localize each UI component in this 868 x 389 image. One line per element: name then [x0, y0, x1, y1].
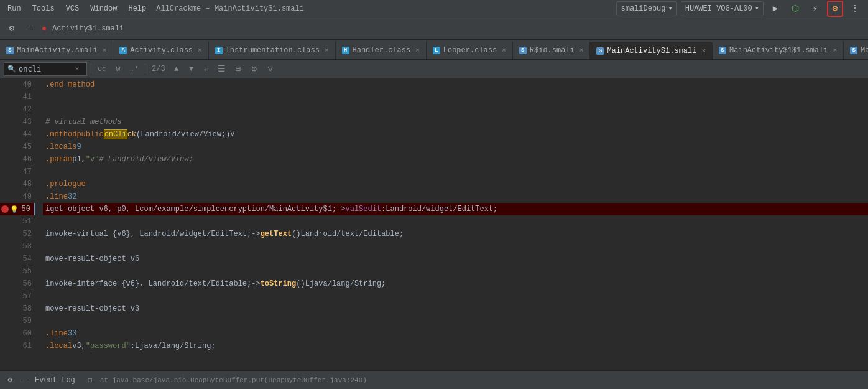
- device-name: HUAWEI VOG-AL00: [685, 4, 752, 13]
- event-log-label[interactable]: Event Log: [35, 376, 75, 385]
- code-text: :Landroid/widget/EditText;: [381, 203, 497, 215]
- title-bar-right: smaliDebug ▾ HUAWEI VOG-AL00 ▾ ▶ ⬡ ⚡ ⚙ ⋮: [616, 1, 863, 17]
- lightbulb-icon[interactable]: 💡: [10, 205, 19, 213]
- code-area[interactable]: 🔍 × Cc W .* 2/3 ▲ ▼ ↵ ☰ ⊟ ⚙ ▽: [0, 60, 868, 370]
- tab-activity-class[interactable]: A Activity.class ×: [113, 42, 208, 59]
- code-text: .local: [45, 340, 72, 352]
- breakpoint-dot[interactable]: [1, 205, 9, 213]
- run-button[interactable]: ▶: [767, 1, 783, 17]
- search-input-container[interactable]: 🔍 ×: [4, 62, 87, 76]
- more-button[interactable]: ⋮: [847, 1, 863, 17]
- settings-button[interactable]: ⚙: [4, 21, 20, 37]
- tab-rsid-smali[interactable]: S R$id.smali ×: [513, 42, 591, 59]
- menu-window[interactable]: Window: [88, 3, 119, 14]
- bp-empty: [0, 78, 12, 91]
- line-num-42: 42: [12, 103, 35, 116]
- search-count: 2/3: [152, 65, 165, 73]
- code-text: move-result-object v6: [45, 253, 139, 265]
- bp-empty: [0, 228, 12, 240]
- tab-close-mainactivity1s1[interactable]: ×: [833, 47, 837, 54]
- class-icon: A: [119, 47, 127, 54]
- code-text: 9: [76, 141, 81, 153]
- tab-mainactivity2-smali[interactable]: S MainActivity$2.smali: [844, 42, 868, 59]
- tab-close-instrumentation[interactable]: ×: [325, 47, 329, 54]
- chevron-down-icon-2: ▾: [755, 4, 759, 13]
- bp-empty: [0, 215, 12, 228]
- code-line-58: move-result-object v3: [43, 302, 868, 315]
- filter-button[interactable]: ⊟: [231, 62, 245, 76]
- smali-icon-4: S: [719, 47, 726, 54]
- tab-label: R$id.smali: [530, 46, 575, 55]
- clear-search-button[interactable]: ×: [71, 63, 83, 75]
- menu-tools[interactable]: Tools: [30, 3, 57, 14]
- tab-close-rsid[interactable]: ×: [579, 47, 584, 54]
- code-content[interactable]: 💡 40 41 42 43 44 45: [0, 78, 868, 370]
- tab-looper-class[interactable]: L Looper.class ×: [427, 42, 513, 59]
- search-next-button[interactable]: ▼: [185, 63, 198, 75]
- line-num-56: 56: [12, 278, 35, 290]
- line-num-49: 49: [12, 190, 35, 203]
- tab-mainactivity1-smali[interactable]: S MainActivity$1.smali ×: [590, 42, 713, 59]
- search-input[interactable]: [19, 65, 68, 73]
- tab-label: MainActivity$1.smali: [607, 47, 696, 55]
- bp-empty: [0, 290, 12, 302]
- debug-button[interactable]: ⬡: [787, 1, 803, 17]
- code-text: public: [76, 128, 103, 141]
- code-text: (Landroid/view/View;)V: [136, 128, 234, 141]
- search-filter2-button[interactable]: ▽: [264, 62, 277, 76]
- tab-close-activity[interactable]: ×: [198, 47, 202, 54]
- line-num-59: 59: [12, 315, 35, 327]
- line-num-41: 41: [12, 91, 35, 103]
- menu-vcs[interactable]: VCS: [63, 3, 82, 14]
- code-line-51: [43, 215, 868, 228]
- settings-icon[interactable]: ⚙: [5, 375, 15, 385]
- bp-empty: [0, 278, 12, 290]
- tab-label: Looper.class: [443, 46, 497, 55]
- regex-button[interactable]: .*: [127, 62, 141, 76]
- device-dropdown[interactable]: HUAWEI VOG-AL00 ▾: [681, 1, 764, 16]
- code-line-57: [43, 290, 868, 302]
- code-line-60: .line 33: [43, 327, 868, 340]
- highlighted-action-button[interactable]: ⚙: [827, 1, 843, 17]
- search-settings-button[interactable]: ⚙: [247, 62, 261, 76]
- class-icon-4: L: [433, 47, 440, 54]
- line-num-60: 60: [12, 327, 35, 340]
- tab-handler-class[interactable]: H Handler.class ×: [336, 42, 427, 59]
- whole-word-button[interactable]: W: [111, 62, 125, 76]
- code-lines[interactable]: .end method # virtual methods .method pu…: [40, 78, 868, 370]
- code-text: v3,: [72, 340, 86, 352]
- code-line-56: invoke-interface {v6}, Landroid/text/Edi…: [43, 278, 868, 290]
- bp-empty: [0, 315, 12, 327]
- tab-mainactivity1s1-smali[interactable]: S MainActivity$1$1.smali ×: [713, 42, 844, 59]
- bp-empty: [0, 265, 12, 278]
- bp-empty: [0, 103, 12, 116]
- match-case-button[interactable]: Cc: [95, 62, 109, 76]
- code-text: ()Landroid/text/Editable;: [292, 228, 404, 240]
- menu-run[interactable]: Run: [5, 3, 24, 14]
- code-text: .line: [45, 327, 68, 340]
- code-text: .prologue: [45, 178, 86, 190]
- tab-close-handler[interactable]: ×: [415, 47, 420, 54]
- code-text: getText: [261, 228, 292, 240]
- tab-close-looper[interactable]: ×: [502, 47, 506, 54]
- code-line-43: # virtual methods: [43, 116, 868, 128]
- code-line-41: [43, 91, 868, 103]
- tab-instrumentation-class[interactable]: I Instrumentation.class ×: [209, 42, 336, 59]
- code-text: p1,: [72, 153, 86, 166]
- tab-label: Instrumentation.class: [226, 46, 320, 55]
- tab-close-mainactivity1[interactable]: ×: [701, 47, 706, 55]
- bp-empty: [0, 178, 12, 190]
- search-bar: 🔍 × Cc W .* 2/3 ▲ ▼ ↵ ☰ ⊟ ⚙ ▽: [0, 60, 868, 78]
- smali-icon-5: S: [850, 47, 857, 54]
- debug-config-dropdown[interactable]: smaliDebug ▾: [616, 1, 676, 16]
- search-wrap-button[interactable]: ↵: [200, 63, 213, 75]
- minimize-button[interactable]: –: [22, 21, 39, 37]
- line-num-43: 43: [12, 116, 35, 128]
- search-prev-button[interactable]: ▲: [170, 63, 183, 75]
- highlight-all-button[interactable]: ☰: [215, 62, 229, 76]
- tab-close-mainactivity[interactable]: ×: [103, 47, 107, 54]
- tab-mainactivity-smali[interactable]: S MainActivity.smali ×: [0, 42, 113, 59]
- menu-help[interactable]: Help: [126, 3, 149, 14]
- profile-button[interactable]: ⚡: [807, 1, 823, 17]
- code-text: invoke-interface {v6}, Landroid/text/Edi…: [45, 278, 261, 290]
